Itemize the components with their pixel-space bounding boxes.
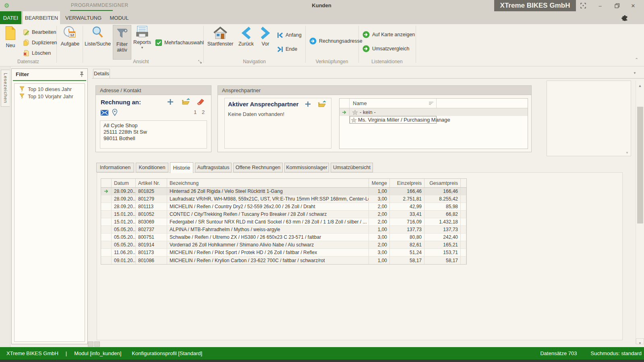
first-record-button[interactable]: Anfang bbox=[277, 31, 302, 39]
tab-offene-rechnungen[interactable]: Offene Rechnungen bbox=[233, 163, 283, 172]
table-row[interactable]: 15.01.20...803069Federgabel / SR Suntour… bbox=[101, 218, 466, 226]
current-row-arrow-icon bbox=[101, 188, 112, 195]
focus-mode-icon[interactable] bbox=[579, 2, 587, 10]
tab-auftragsstatus[interactable]: Auftragsstatus bbox=[195, 163, 232, 172]
add-contact-icon[interactable] bbox=[304, 101, 311, 108]
titlebar: ⚙ PROGRAMMDESIGNER Kunden XTreme BIKES G… bbox=[0, 0, 644, 11]
ribbon-collapse-icon[interactable]: ⌃ bbox=[635, 57, 638, 62]
tab-konditionen[interactable]: Konditionen bbox=[136, 163, 168, 172]
funnel-icon bbox=[19, 93, 25, 99]
multiselect-label: Mehrfachauswahl bbox=[164, 40, 204, 46]
email-icon[interactable] bbox=[101, 110, 108, 116]
application-window: ⚙ PROGRAMMDESIGNER Kunden XTreme BIKES G… bbox=[0, 0, 644, 362]
tab-verwaltung[interactable]: VERWALTUNG bbox=[66, 11, 101, 24]
edit-record-button[interactable]: Bearbeiten bbox=[23, 28, 56, 36]
focused-cell[interactable]: Ms. Virginia Miller / Purchasing Manage bbox=[350, 116, 437, 124]
col-menge[interactable]: Menge bbox=[369, 179, 390, 187]
table-row[interactable]: 15.01.20...801052CONTEC / City/Trekking … bbox=[101, 211, 466, 218]
restore-icon[interactable] bbox=[613, 2, 621, 10]
plugin-puzzle-icon[interactable] bbox=[621, 14, 629, 21]
filter-item-top10-previous-year[interactable]: Top 10 Vorjahr Jahr bbox=[14, 93, 85, 100]
col-gesamtpreis[interactable]: Gesamtpreis bbox=[425, 179, 461, 187]
add-address-icon[interactable] bbox=[167, 98, 174, 105]
delete-record-label: Löschen bbox=[32, 50, 51, 56]
filter-item-top10-current-year[interactable]: Top 10 dieses Jahr bbox=[14, 85, 85, 93]
vertical-scrollbar[interactable]: ▲ ▼ bbox=[636, 81, 644, 344]
col-bezeichnung[interactable]: Bezeichnung bbox=[167, 179, 369, 187]
show-on-map-button[interactable]: Auf Karte anzeigen bbox=[362, 31, 415, 39]
reports-button[interactable]: Reports ▼ bbox=[133, 26, 151, 50]
back-button[interactable]: Zurück bbox=[237, 27, 255, 47]
billing-address-button[interactable]: Rechnungsadresse bbox=[309, 37, 362, 45]
panel-dropdown-icon[interactable]: ▼ bbox=[625, 151, 629, 155]
blue-arrow-circle-icon bbox=[309, 37, 317, 45]
invoice-to-title: Rechnung an: bbox=[101, 99, 141, 105]
list-search-button[interactable]: Liste/Suche bbox=[85, 26, 110, 47]
tab-datei[interactable]: DATEI bbox=[0, 11, 21, 24]
table-row[interactable]: 11.06.20...801173MICHELIN / Reifen / Pil… bbox=[101, 249, 466, 257]
contact-row[interactable]: - kein - bbox=[340, 108, 528, 116]
dialog-launcher-icon[interactable] bbox=[198, 60, 202, 64]
multiselect-checkbox[interactable]: Mehrfachauswahl bbox=[155, 39, 204, 47]
history-table: Datum Artikel Nr. Bezeichnung Menge Einz… bbox=[101, 178, 467, 265]
col-artikel-nr[interactable]: Artikel Nr. bbox=[136, 179, 167, 187]
row-indicator bbox=[340, 116, 350, 124]
tab-informationen[interactable]: Informationen bbox=[96, 163, 134, 172]
duplicate-record-button[interactable]: Duplizieren bbox=[23, 39, 57, 47]
scroll-down-box[interactable]: ▼ bbox=[636, 338, 644, 344]
tab-details[interactable]: Details bbox=[93, 69, 110, 78]
contact-panel: Ansprechpartner Aktiver Ansprechpartner … bbox=[217, 85, 532, 152]
open-folder-icon[interactable] bbox=[182, 98, 190, 105]
app-gear-icon[interactable]: ⚙ bbox=[4, 2, 9, 9]
last-record-button[interactable]: Ende bbox=[277, 45, 297, 53]
table-row[interactable]: 05.05.20...800751Schwalbe / Reifen / Ult… bbox=[101, 234, 466, 241]
last-record-label: Ende bbox=[286, 46, 297, 52]
splitter-grip[interactable] bbox=[88, 341, 93, 347]
tab-umsatzuebersicht[interactable]: Umsatzübersicht bbox=[331, 163, 373, 172]
favorite-star-icon[interactable] bbox=[352, 110, 358, 115]
first-record-label: Anfang bbox=[286, 32, 302, 38]
bookmarks-tab[interactable]: Lesezeichen bbox=[1, 70, 10, 107]
table-row[interactable]: 05.05.20...801914Vorderrad 26 Zoll Hohlk… bbox=[101, 241, 466, 249]
last-record-icon bbox=[277, 46, 283, 52]
address-page-1[interactable]: 1 bbox=[194, 109, 197, 115]
tab-historie[interactable]: Historie bbox=[170, 162, 193, 173]
address-page-2[interactable]: 2 bbox=[202, 109, 205, 115]
tab-overflow-dropdown-icon[interactable]: ▼ bbox=[633, 71, 636, 75]
eraser-icon[interactable] bbox=[197, 98, 204, 105]
tab-bearbeiten[interactable]: BEARBEITEN bbox=[23, 11, 60, 24]
map-pin-icon[interactable] bbox=[112, 109, 118, 116]
table-row[interactable]: 05.05.20...802737ALPINA / MTB-Fahrradhel… bbox=[101, 226, 466, 234]
table-row[interactable]: 28.09.20...801113MICHELIN / Reifen / Cou… bbox=[101, 203, 466, 211]
revenue-compare-button[interactable]: Umsatzvergleich bbox=[362, 45, 409, 53]
edit-icon bbox=[23, 29, 29, 35]
pin-icon[interactable] bbox=[79, 71, 84, 77]
filter-active-button[interactable]: Filter aktiv bbox=[113, 25, 131, 60]
scrollbar-thumb[interactable] bbox=[637, 107, 643, 223]
billing-address-label: Rechnungsadresse bbox=[319, 38, 362, 44]
delete-record-button[interactable]: Löschen bbox=[23, 49, 51, 57]
home-button[interactable]: Startfenster bbox=[207, 26, 234, 47]
scroll-up-icon[interactable]: ▲ bbox=[636, 84, 644, 88]
contact-grid-header: Name bbox=[340, 99, 528, 108]
forward-button[interactable]: Vor bbox=[257, 27, 274, 47]
task-button[interactable]: 12 Aufgabe bbox=[59, 26, 81, 47]
favorite-star-icon[interactable] bbox=[351, 117, 357, 123]
tab-modul[interactable]: MODUL bbox=[108, 11, 130, 24]
contact-name: Ms. Virginia Miller / Purchasing Manage bbox=[358, 117, 450, 123]
col-datum[interactable]: Datum bbox=[112, 179, 136, 187]
close-icon[interactable]: ✕ bbox=[629, 2, 637, 10]
minimize-icon[interactable]: – bbox=[596, 2, 604, 10]
table-row[interactable]: 28.09.20...801279Laufradsatz VR/HR, WH-M… bbox=[101, 195, 466, 203]
splitter-grip[interactable] bbox=[94, 341, 100, 347]
contact-row[interactable]: Ms. Virginia Miller / Purchasing Manage bbox=[340, 116, 528, 124]
open-contact-folder-icon[interactable] bbox=[318, 101, 326, 108]
table-row[interactable]: 09.01.20...801086MICHELIN / Reifen / Kry… bbox=[101, 257, 466, 264]
name-column-header[interactable]: Name bbox=[350, 99, 437, 108]
col-einzelpreis[interactable]: Einzelpreis bbox=[390, 179, 425, 187]
table-row[interactable]: 28.09.20...801825Hinterrad 26 Zoll Rigid… bbox=[101, 188, 466, 195]
filter-active-label-1: Filter bbox=[113, 41, 131, 47]
new-record-button[interactable]: Neu bbox=[2, 26, 19, 48]
status-search-mode: Suchmodus: standard bbox=[591, 350, 642, 356]
tab-kommissionslager[interactable]: Kommissionslager bbox=[284, 163, 329, 172]
